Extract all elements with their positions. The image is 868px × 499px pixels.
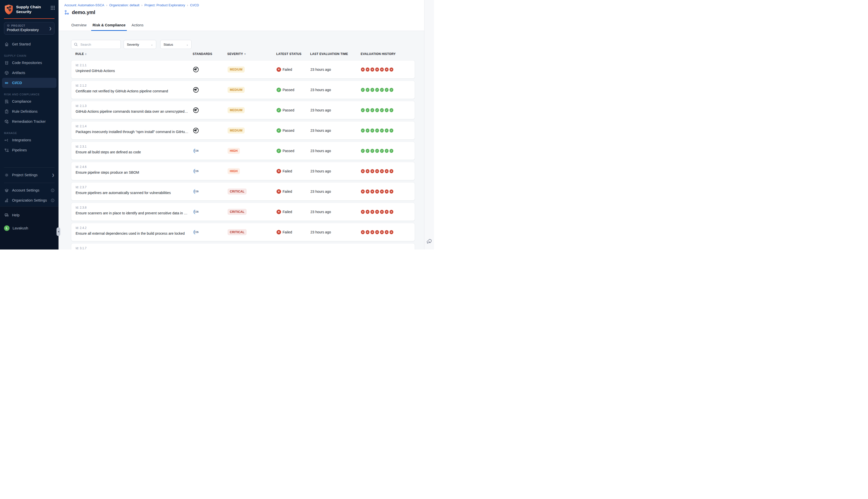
sidebar-item-label: Code Repositories (12, 61, 42, 65)
box-wrench-icon (4, 119, 9, 124)
status-text: Passed (282, 88, 294, 92)
evaluation-passed-icon: ✓ (366, 108, 370, 112)
breadcrumb-account[interactable]: Account: Automation-SSCA (64, 3, 104, 7)
evaluation-history: ✕✕✕✕✕✕✕ (361, 169, 393, 173)
tab-bar: Overview Risk & Compliance Actions (70, 21, 148, 31)
rule-id: Id: 2.3.1 (76, 145, 86, 148)
table-row[interactable]: Id: 2.3.7 Ensure pipelines are automatic… (71, 182, 415, 200)
supply-chain-security-logo (4, 4, 14, 15)
page-title: demo.yml (72, 10, 95, 15)
table-row[interactable]: Id: 2.1.4 Packages insecurely installed … (71, 121, 415, 139)
last-evaluation-time: 23 hours ago (311, 88, 331, 92)
divider (4, 183, 55, 183)
rule-title: Packages insecurely installed through “n… (76, 130, 189, 134)
evaluation-passed-icon: ✓ (389, 108, 393, 112)
status-text: Passed (282, 108, 294, 112)
evaluation-passed-icon: ✓ (361, 108, 365, 112)
breadcrumb-organization[interactable]: Organization: default (109, 3, 140, 7)
table-header-row: RULE ▲▼ STANDARDS SEVERITY ▼ LATEST STAT… (59, 52, 424, 58)
sidebar-item-project-settings[interactable]: Project Settings ❯ (0, 170, 59, 180)
table-row[interactable]: Id: 2.3.8 Ensure scanners are in place t… (71, 203, 415, 221)
sidebar-item-label: Get Started (12, 42, 31, 46)
evaluation-failed-icon: ✕ (361, 190, 365, 194)
evaluation-passed-icon: ✓ (375, 129, 379, 133)
app-switcher-grid-icon[interactable] (50, 5, 55, 10)
sidebar-item-compliance[interactable]: Compliance (0, 96, 59, 107)
project-selector[interactable]: PROJECT Product Exploratory ❯ (4, 22, 55, 35)
right-rail (424, 0, 434, 250)
pipeline-file-icon (64, 10, 70, 15)
evaluation-failed-icon: ✕ (385, 190, 388, 194)
evaluation-failed-icon: ✕ (371, 210, 374, 214)
sidebar-item-code-repositories[interactable]: Code Repositories (0, 58, 59, 68)
table-row[interactable]: Id: 2.1.2 Certificate not verified by Gi… (71, 81, 415, 99)
table-row[interactable]: Id: 2.4.6 Ensure pipeline steps produce … (71, 162, 415, 180)
column-header-severity[interactable]: SEVERITY ▼ (227, 52, 246, 56)
sidebar-item-artifacts[interactable]: Artifacts (0, 68, 59, 78)
table-row[interactable]: Id: 2.3.1 Ensure all build steps are def… (71, 142, 415, 160)
sidebar-item-account-settings[interactable]: Account Settings (0, 185, 59, 195)
chevron-down-icon: ⌄ (186, 43, 188, 46)
table-row[interactable]: Id: 2.4.2 Ensure all external dependenci… (71, 223, 415, 241)
sidebar-item-label: CI/CD (12, 81, 22, 85)
rule-title: Ensure pipelines are automatically scann… (76, 191, 171, 195)
breadcrumb-project[interactable]: Project: Product Exploratory (144, 3, 185, 7)
severity-filter-dropdown[interactable]: Severity ⌄ (123, 40, 156, 49)
sidebar-item-pipelines[interactable]: Pipelines (0, 145, 59, 155)
evaluation-passed-icon: ✓ (385, 149, 388, 153)
sidebar-collapse-handle[interactable]: ◀ (57, 228, 60, 236)
sort-desc-icon[interactable]: ▼ (244, 53, 246, 55)
table-row[interactable]: Id: 3.1.7 CIS CRITICAL ✕ Failed 23 hours… (71, 243, 415, 250)
evaluation-failed-icon: ✕ (366, 230, 370, 234)
sidebar-item-rule-definitions[interactable]: Rule Definitions (0, 107, 59, 117)
artifact-cube-icon (4, 71, 9, 75)
clipboard-check-icon (4, 109, 9, 114)
search-icon (74, 42, 78, 46)
app-root: Supply Chain Security PROJECT Product (0, 0, 434, 250)
latest-status: ✕ Failed (277, 189, 292, 194)
rule-title: GitHub Actions pipeline commands transmi… (76, 109, 189, 113)
support-chat-icon[interactable] (426, 238, 432, 244)
last-evaluation-time: 23 hours ago (311, 68, 331, 72)
cis-standard-icon: CIS (193, 148, 199, 154)
sort-icon[interactable]: ▲▼ (85, 53, 87, 55)
section-supply-chain: SUPPLY CHAIN (4, 54, 59, 58)
sidebar-item-integrations[interactable]: Integrations (0, 135, 59, 145)
sidebar-item-cicd[interactable]: ∞ CI/CD (2, 78, 57, 88)
column-header-latest-status: LATEST STATUS (276, 52, 302, 56)
sidebar-item-label: Pipelines (12, 148, 27, 152)
cis-standard-icon: CIS (193, 229, 199, 235)
evaluation-failed-icon: ✕ (371, 190, 374, 194)
evaluation-passed-icon: ✓ (361, 88, 365, 92)
evaluation-failed-icon: ✕ (375, 68, 379, 72)
help-button[interactable]: ? Help (0, 210, 59, 220)
table-row[interactable]: Id: 2.1.3 GitHub Actions pipeline comman… (71, 101, 415, 119)
severity-badge: CRITICAL (228, 229, 246, 235)
tab-overview[interactable]: Overview (70, 21, 88, 31)
evaluation-failed-icon: ✕ (375, 230, 379, 234)
search-input[interactable] (80, 42, 118, 47)
tab-actions[interactable]: Actions (130, 21, 145, 31)
evaluation-failed-icon: ✕ (380, 68, 384, 72)
sidebar-item-get-started[interactable]: Get Started (0, 39, 59, 49)
brand-accent-divider (4, 18, 55, 19)
tab-risk-and-compliance[interactable]: Risk & Compliance (91, 21, 126, 31)
severity-badge: CRITICAL (228, 250, 246, 250)
latest-status: ✓ Passed (277, 108, 294, 112)
status-icon: ✓ (277, 128, 281, 133)
owasp-standard-icon (193, 107, 199, 113)
section-risk-and-compliance: RISK AND COMPLIANCE (4, 93, 59, 96)
evaluation-failed-icon: ✕ (375, 169, 379, 173)
status-filter-dropdown[interactable]: Status ⌄ (160, 40, 192, 49)
breadcrumb-cicd[interactable]: CI/CD (190, 3, 199, 7)
severity-badge: MEDIUM (228, 87, 245, 93)
sidebar-item-organization-settings[interactable]: Organization Settings (0, 195, 59, 205)
severity-badge: MEDIUM (228, 127, 245, 134)
status-icon: ✓ (277, 88, 281, 92)
chevron-right-icon: ❯ (49, 27, 52, 31)
column-header-rule[interactable]: RULE ▲▼ (75, 52, 87, 56)
sidebar-item-remediation-tracker[interactable]: Remediation Tracker (0, 117, 59, 126)
table-row[interactable]: Id: 2.1.1 Unpinned GitHub Actions MEDIUM… (71, 60, 415, 78)
evaluation-failed-icon: ✕ (366, 210, 370, 214)
user-menu[interactable]: L Lavakush (0, 223, 59, 233)
